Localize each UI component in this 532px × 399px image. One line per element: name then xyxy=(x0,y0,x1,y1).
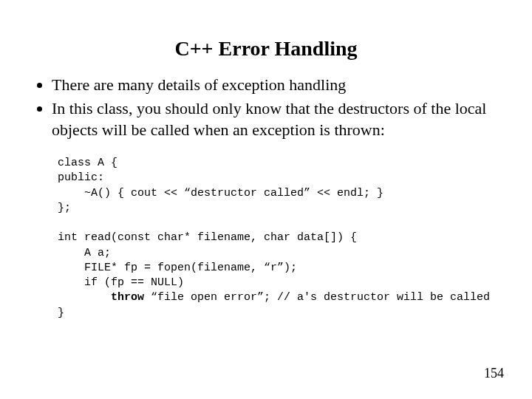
slide-title: C++ Error Handling xyxy=(22,37,510,61)
code-keyword-throw: throw xyxy=(111,291,144,304)
bullet-item: In this class, you should only know that… xyxy=(52,98,510,141)
slide: C++ Error Handling There are many detail… xyxy=(0,0,532,399)
code-line: int read(const char* filename, char data… xyxy=(58,231,357,244)
code-line: FILE* fp = fopen(filename, “r”); xyxy=(58,262,297,274)
code-line: public: xyxy=(58,171,104,184)
code-line: } xyxy=(58,307,64,319)
code-line-rest: “file open error”; // a's destructor wil… xyxy=(144,291,490,304)
code-line: ~A() { cout << “destructor called” << en… xyxy=(58,187,383,200)
code-line-indent xyxy=(58,291,111,304)
code-line: }; xyxy=(58,202,71,214)
page-number: 154 xyxy=(484,366,504,381)
bullet-item: There are many details of exception hand… xyxy=(52,74,510,96)
code-line: if (fp == NULL) xyxy=(58,276,184,289)
code-line: class A { xyxy=(58,157,117,169)
code-block: class A { public: ~A() { cout << “destru… xyxy=(58,156,510,321)
code-line: A a; xyxy=(58,247,111,259)
bullet-list: There are many details of exception hand… xyxy=(22,74,510,141)
